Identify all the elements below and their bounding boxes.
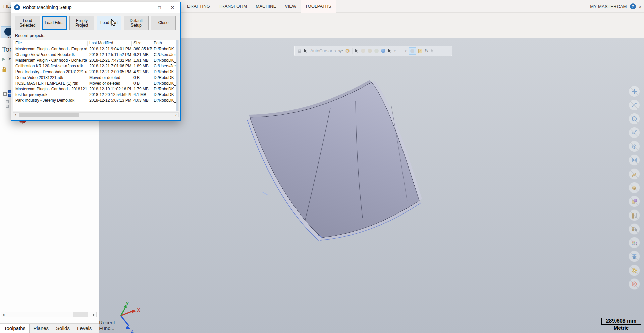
generate-toolpath-icon[interactable]: ▶ bbox=[2, 56, 5, 61]
minimize-icon[interactable]: – bbox=[146, 5, 148, 10]
dialog-title-bar[interactable]: Robot Machining Setup – □ ✕ bbox=[11, 2, 180, 13]
table-row[interactable]: Park Industry - Jeremy Demo.rdk2018-12-1… bbox=[13, 98, 178, 103]
my-mastercam-link[interactable]: MY MASTERCAM bbox=[590, 4, 627, 9]
active-selection-toggle[interactable] bbox=[409, 47, 416, 55]
cell-path: D:/RoboDK_D/C bbox=[154, 81, 178, 86]
window-selection-dropdown-icon[interactable]: ▾ bbox=[405, 49, 407, 53]
table-row[interactable]: Mastercam Plugin - Car hood - Empty.rdk2… bbox=[13, 46, 178, 52]
dialog-horizontal-scrollbar[interactable]: ‹ › bbox=[13, 112, 179, 117]
end-selection-cursor-icon[interactable] bbox=[431, 49, 434, 53]
tab-toolpaths[interactable]: TOOLPATHS bbox=[301, 0, 336, 13]
ribbon-tabs: DRAFTING TRANSFORM MACHINE VIEW TOOLPATH… bbox=[183, 0, 336, 13]
help-icon[interactable]: ? bbox=[630, 3, 636, 9]
autocursor-cursor-icon[interactable] bbox=[304, 49, 308, 53]
window-selection-icon[interactable] bbox=[398, 49, 402, 53]
cell-file: Calibration KR 120-first-set-a2pos.rdk bbox=[15, 63, 87, 69]
maximize-icon[interactable]: □ bbox=[158, 5, 161, 10]
tree-node-icon-1[interactable] bbox=[6, 100, 9, 103]
scroll-left-icon[interactable]: ‹ bbox=[13, 113, 18, 117]
column-divider bbox=[131, 41, 132, 46]
color-grid-icon[interactable] bbox=[629, 237, 640, 248]
autocursor-dropdown-icon[interactable]: ▾ bbox=[335, 49, 336, 53]
tab-levels[interactable]: Levels bbox=[73, 324, 95, 333]
tree-expand-icon[interactable]: − bbox=[3, 92, 7, 96]
cell-size: 0 B bbox=[133, 75, 152, 81]
table-row[interactable]: Calibration KR 120-first-set-a2pos.rdk20… bbox=[13, 63, 178, 69]
lock-icon[interactable] bbox=[298, 49, 301, 53]
select-dropdown-icon[interactable]: ▾ bbox=[394, 49, 396, 53]
tab-toolpaths-manager[interactable]: Toolpaths bbox=[0, 324, 30, 333]
tree-node-icon-2[interactable] bbox=[6, 105, 9, 108]
scrollbar-track[interactable] bbox=[6, 312, 92, 317]
scrollbar-thumb[interactable] bbox=[73, 312, 88, 317]
table-row[interactable]: Mastercam Plugin - Car hood - Done.rdk20… bbox=[13, 58, 178, 63]
autocursor-settings-gear-icon[interactable]: ⚙ bbox=[345, 48, 350, 54]
select-sphere-icon-3[interactable] bbox=[374, 49, 379, 53]
collapse-ribbon-icon[interactable]: ∧ bbox=[639, 5, 641, 8]
tab-drafting[interactable]: DRAFTING bbox=[183, 0, 214, 13]
scroll-right-icon[interactable]: ▶ bbox=[92, 313, 96, 316]
tab-solids[interactable]: Solids bbox=[52, 324, 73, 333]
validate-selection-icon[interactable]: ✓ bbox=[418, 49, 422, 53]
point-to-point-icon[interactable] bbox=[629, 99, 640, 111]
robot-machining-setup-dialog: Robot Machining Setup – □ ✕ Load Selecte… bbox=[11, 2, 181, 121]
select-entity-cursor-icon[interactable] bbox=[388, 49, 392, 53]
tab-transform[interactable]: TRANSFORM bbox=[214, 0, 251, 13]
table-row[interactable]: Demo Video 20181221.rdkMoved or deleted0… bbox=[13, 75, 178, 81]
regenerate-icon[interactable]: ↻ bbox=[425, 48, 428, 53]
cell-size: 1.91 MB bbox=[133, 58, 152, 63]
column-file[interactable]: File bbox=[15, 40, 87, 46]
table-vertical-scrollbar[interactable] bbox=[176, 40, 178, 111]
tab-machine[interactable]: MACHINE bbox=[251, 0, 280, 13]
empty-project-button[interactable]: Empty Project bbox=[69, 16, 94, 30]
tab-view[interactable]: VIEW bbox=[281, 0, 301, 13]
solid-cube-icon[interactable] bbox=[629, 182, 640, 193]
scroll-left-icon[interactable]: ◀ bbox=[1, 313, 6, 316]
table-row[interactable]: Mastercam Plugin - Car hood - 20181219.r… bbox=[13, 86, 178, 92]
column-size[interactable]: Size bbox=[133, 40, 152, 46]
tab-planes[interactable]: Planes bbox=[30, 324, 52, 333]
cell-path: D:/RoboDK_D/C bbox=[154, 98, 178, 103]
panel-horizontal-scrollbar[interactable]: ◀ ▶ bbox=[1, 312, 97, 317]
table-row[interactable]: Park Industry - Demo Video 20181221.rdk2… bbox=[13, 69, 178, 75]
disable-icon[interactable] bbox=[629, 278, 640, 290]
settings-gear-icon[interactable] bbox=[629, 265, 640, 276]
circle-icon[interactable] bbox=[629, 113, 640, 125]
scrollbar-thumb[interactable] bbox=[19, 113, 79, 117]
column-last-modified[interactable]: Last Modified bbox=[89, 40, 131, 46]
sweep-surface-icon[interactable] bbox=[629, 168, 640, 180]
tab-recent-functions[interactable]: Recent Func... bbox=[95, 318, 119, 333]
selection-list-icon[interactable] bbox=[629, 209, 640, 221]
scroll-right-icon[interactable]: › bbox=[174, 113, 178, 117]
column-divider bbox=[152, 41, 152, 46]
load-file-button[interactable]: Load File... bbox=[42, 16, 67, 30]
table-row[interactable]: RC3L MASTER TEMPLATE (1).rdkMoved or del… bbox=[13, 81, 178, 86]
cell-file: Mastercam Plugin - Car hood - Done.rdk bbox=[15, 58, 87, 63]
lock-toolpath-icon[interactable] bbox=[2, 67, 7, 72]
layers-icon[interactable] bbox=[629, 251, 640, 262]
load-selected-button[interactable]: Load Selected bbox=[15, 16, 40, 30]
group-tree-icon[interactable] bbox=[629, 223, 640, 235]
cell-size: 360.85 KB bbox=[133, 46, 152, 52]
wireframe-cube-icon[interactable] bbox=[629, 141, 640, 152]
close-icon[interactable]: ✕ bbox=[171, 5, 174, 10]
select-sphere-icon-1[interactable] bbox=[361, 49, 365, 53]
axis-x-label: X bbox=[137, 307, 140, 313]
spline-icon[interactable] bbox=[629, 127, 640, 138]
table-row[interactable]: Change ViewPose and Robot.rdk2018-12-12 … bbox=[13, 52, 178, 58]
cell-modified: 2018-12-21 7:47:32 PM bbox=[89, 58, 131, 63]
cell-size: 0 B bbox=[133, 81, 152, 86]
select-sphere-icon-2[interactable] bbox=[368, 49, 372, 53]
overlap-squares-icon[interactable] bbox=[629, 196, 640, 207]
dimension-width-icon[interactable] bbox=[629, 154, 640, 166]
load-part-button[interactable]: Load Part bbox=[97, 16, 121, 30]
select-solids-sphere-icon[interactable] bbox=[381, 49, 385, 53]
close-button[interactable]: Close bbox=[151, 16, 176, 30]
column-path[interactable]: Path bbox=[154, 40, 178, 46]
fast-point-xyz-icon[interactable]: xyz bbox=[338, 49, 343, 53]
default-setup-button[interactable]: Default Setup bbox=[124, 16, 149, 30]
select-arrow-icon[interactable] bbox=[355, 49, 359, 53]
table-row[interactable]: test for jeremy.rdk2018-12-20 12:54:59 P… bbox=[13, 92, 178, 98]
cell-modified: Moved or deleted bbox=[89, 81, 131, 86]
add-plus-icon[interactable] bbox=[629, 86, 640, 97]
